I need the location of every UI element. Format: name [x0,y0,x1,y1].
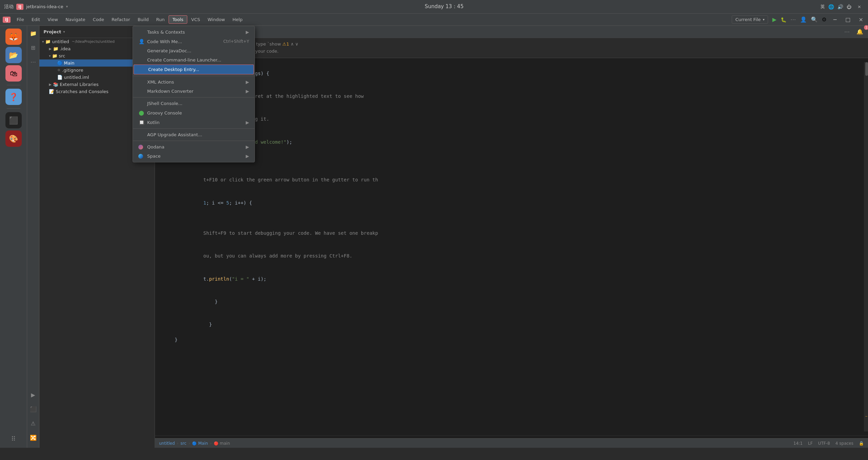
menu-refactor[interactable]: Refactor [108,16,134,23]
notification-count: 1 [864,25,868,30]
menu-view[interactable]: View [44,16,62,23]
dock-firefox[interactable]: 🦊 [5,29,22,45]
dock-store[interactable]: 🛍 [5,65,22,82]
breadcrumb-sep3: › [210,441,212,446]
sep3 [133,128,255,129]
menu-jshell-console[interactable]: JShell Console... [133,99,255,108]
sep4 [133,141,255,141]
menu-xml-actions[interactable]: XML Actions ▶ [133,77,255,87]
menu-create-desktop-entry[interactable]: Create Desktop Entry... [134,65,254,74]
desktop-label: Create Desktop Entry... [148,67,199,72]
code-line: t+F10 or click the green arrow button in… [175,169,864,191]
menu-run[interactable]: Run [153,16,168,23]
breadcrumb-main-method[interactable]: 🔴 main [214,441,230,446]
menu-groovy-console[interactable]: ⬤ Groovy Console [133,108,255,118]
side-git-icon[interactable]: 🔀 [29,433,38,442]
menu-qodana[interactable]: Qodana ▶ [133,142,255,152]
sidebar-chevron[interactable]: ▾ [63,30,65,34]
close-btn[interactable]: × [857,16,865,23]
dock-grid[interactable]: ⠿ [11,435,16,442]
dropdown-chevron[interactable]: ▾ [66,4,68,9]
tree-lib-label: External Libraries [60,82,99,87]
menu-vcs[interactable]: VCS [188,16,204,23]
dock-files[interactable]: 📂 [5,47,22,63]
minimize-btn[interactable]: − [831,16,839,23]
tab-more-btn[interactable]: ⋯ [841,26,853,37]
encoding[interactable]: UTF-8 [818,441,830,446]
side-more-icon[interactable]: ⋯ [29,57,38,67]
readonly-icon: 🔒 [859,441,864,446]
activity-label: 活动 [4,4,14,10]
info-arrows: ∧ ∨ [291,41,298,47]
menu-code[interactable]: Code [89,16,107,23]
code-line: } [175,336,864,351]
line-ending[interactable]: LF [808,441,813,446]
side-problems-icon[interactable]: ⚠ [29,419,38,428]
code-line: Shift+F9 to start debugging your code. W… [175,222,864,245]
agp-label: AGP Upgrade Assistant... [147,132,202,137]
dock-terminal[interactable]: ⬛ [5,112,22,128]
editor-content[interactable]: d main(String[] args) { Enter with your … [155,58,868,436]
expand-arrow: ▶ [49,47,52,51]
side-panel: 📁 ⊞ ⋯ ▶ ⬛ ⚠ 🔀 [27,26,39,448]
menu-window[interactable]: Window [204,16,228,23]
breadcrumb-sep2: › [189,441,190,446]
scroll-thumb[interactable] [865,62,868,76]
maximize-btn[interactable]: □ [843,16,852,23]
current-file-button[interactable]: Current File ▾ [732,15,768,24]
menu-generate-javadoc[interactable]: Generate JavaDoc... [133,46,255,55]
expand-arrow-lib: ▶ [49,83,52,86]
folder-icon-src: 📁 [52,53,57,58]
side-structure-icon[interactable]: ⊞ [29,43,38,52]
menu-space[interactable]: Space ▶ [133,152,255,161]
editor-tabs: 🔵 Main × ⋯ 🔔 1 [155,26,868,38]
menu-build[interactable]: Build [134,16,152,23]
run-button[interactable]: ▶ [772,16,776,23]
menu-tasks-contexts[interactable]: Tasks & Contexts ▶ [133,28,255,37]
win-close-btn[interactable]: × [855,3,864,11]
side-run-icon[interactable]: ▶ [29,390,38,400]
tree-scratches-label: Scratches and Consoles [56,89,108,94]
debug-button[interactable]: 🐛 [781,17,786,22]
menu-kotlin[interactable]: 🔲 Kotlin ▶ [133,118,255,127]
breadcrumb-main-class[interactable]: 🔵 Main [192,441,208,446]
tools-dropdown: Tasks & Contexts ▶ 👤 Code With Me... Ctr… [133,26,255,162]
scratches-icon: 📝 [49,89,54,94]
menu-agp-upgrade[interactable]: AGP Upgrade Assistant... [133,130,255,139]
dock-help[interactable]: ❓ [5,89,22,105]
code-lines[interactable]: d main(String[] args) { Enter with your … [172,62,864,431]
profile-icon[interactable]: 👤 [800,16,807,23]
lang-switch[interactable]: 英 [820,4,825,10]
tree-path: ~/IdeaProjects/untitled [72,39,115,44]
notifications[interactable]: 🔔 1 [853,26,867,37]
menu-navigate[interactable]: Navigate [62,16,89,23]
breadcrumb-sep1: › [177,441,178,446]
space-icon [138,154,143,159]
code-line: t.println("i = " + i); [175,267,864,290]
indent[interactable]: 4 spaces [835,441,853,446]
app-logo-menu: IJ [3,17,11,23]
side-terminal-icon[interactable]: ⬛ [29,404,38,414]
warning-gutter: — [865,414,867,418]
menu-code-with-me[interactable]: 👤 Code With Me... Ctrl+Shift+Y [133,37,255,46]
side-project-icon[interactable]: 📁 [29,29,38,38]
menu-edit[interactable]: Edit [28,16,44,23]
status-bar: untitled › src › 🔵 Main › 🔴 main 14:1 LF… [155,438,868,448]
code-line: } [175,313,864,336]
info-panel: to open the Search Everywhere dialog and… [155,38,868,58]
lib-icon: 📚 [53,82,58,87]
search-icon[interactable]: 🔍 [811,16,818,23]
breadcrumb-untitled[interactable]: untitled [159,441,175,446]
menu-file[interactable]: File [13,16,28,23]
dock-art[interactable]: 🎨 [5,130,22,147]
more-button[interactable]: ⋯ [791,16,796,23]
cursor-position[interactable]: 14:1 [794,441,803,446]
menu-create-commandline[interactable]: Create Command-line Launcher... [133,55,255,65]
menu-markdown-converter[interactable]: Markdown Converter ▶ [133,87,255,96]
menu-tools[interactable]: Tools [169,15,187,24]
menu-help[interactable]: Help [229,16,246,23]
scroll-bar[interactable]: — [864,62,868,431]
breadcrumb-src[interactable]: src [180,441,187,446]
settings-icon[interactable]: ⚙ [822,16,827,23]
h-scrollbar[interactable] [155,436,868,438]
